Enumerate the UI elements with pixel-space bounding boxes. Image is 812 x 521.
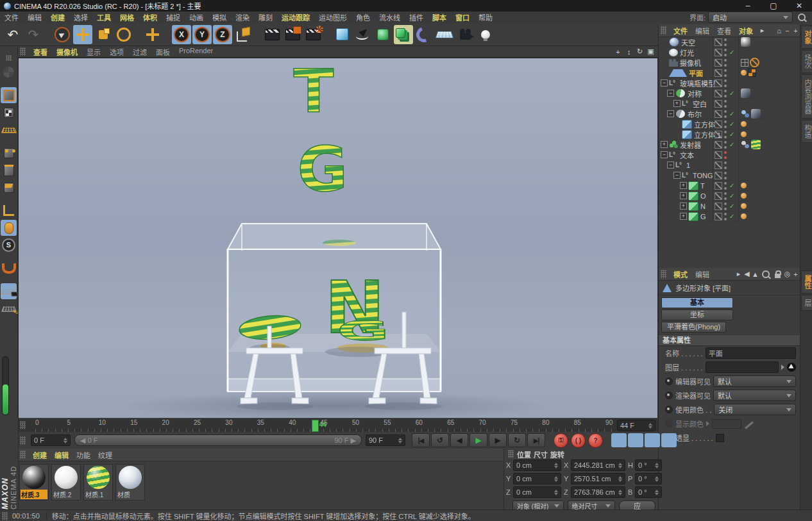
spinner-icon[interactable] (646, 423, 652, 429)
visibility-dots[interactable] (724, 49, 727, 56)
lock-icon[interactable] (775, 274, 781, 278)
texture-mode-button[interactable] (1, 104, 17, 120)
viewport-menu-item[interactable]: ProRender (174, 47, 217, 57)
viewport-solo-button[interactable] (1, 237, 17, 253)
panel-side-tab[interactable]: 属性 (801, 270, 812, 294)
material-label[interactable]: 材质.3 (21, 490, 47, 499)
spinner-icon[interactable] (552, 463, 558, 468)
menu-item[interactable]: 捕捉 (162, 12, 185, 22)
om-menu-item[interactable]: 查看 (713, 26, 735, 36)
panel-grip[interactable] (2, 512, 8, 520)
menu-item[interactable]: 编辑 (23, 12, 46, 22)
more-arrow-icon[interactable]: ▸ (758, 26, 766, 35)
target-icon[interactable]: ◎ (783, 270, 791, 278)
rotate-camera-icon[interactable]: ↻ (635, 47, 645, 56)
size-field[interactable]: 2570.51 cm (571, 473, 625, 484)
object-label[interactable]: 玻璃瓶模型 (680, 78, 715, 88)
timeline-ruler[interactable]: 051015202530354045505560657075808590 44 (35, 418, 612, 433)
visibility-dots[interactable] (724, 182, 727, 190)
menu-item[interactable]: 运动跟踪 (277, 12, 314, 22)
layer-toggle[interactable] (715, 90, 722, 97)
material-menu-item[interactable]: 编辑 (51, 450, 72, 460)
viewport-menu-item[interactable]: 查看 (29, 47, 52, 57)
current-frame-field[interactable]: 44 F (617, 420, 656, 431)
object-row[interactable]: 摄像机 (659, 58, 801, 68)
display-color-swatch[interactable] (712, 419, 741, 429)
spinner-icon[interactable] (616, 490, 622, 495)
coord-system-button[interactable] (233, 25, 253, 44)
viewport-canvas[interactable]: T G N (18, 58, 658, 418)
object-row[interactable]: 灯光 (659, 47, 801, 58)
orange-dot-tag[interactable] (741, 70, 747, 76)
attribute-tab[interactable]: 平滑着色(Phong) (661, 322, 726, 333)
size-field[interactable]: 2445.281 cm (571, 459, 625, 471)
xray-checkbox[interactable] (716, 434, 724, 442)
editor-visible-select[interactable]: 默认 (713, 376, 796, 387)
object-label[interactable]: 空白 (693, 99, 707, 109)
model-mode-button[interactable] (1, 87, 17, 103)
editor-visible-radio[interactable] (665, 377, 673, 385)
object-label[interactable]: 平面 (689, 68, 703, 78)
lock-y-button[interactable] (192, 25, 212, 44)
menu-item[interactable]: 插件 (405, 12, 428, 22)
expander-icon[interactable] (680, 203, 687, 210)
viewport-menu-item[interactable]: 面板 (151, 47, 174, 57)
mat-tex-tag[interactable] (751, 109, 761, 119)
points-mode-button[interactable] (1, 145, 17, 161)
spinner-icon[interactable] (652, 463, 659, 468)
panel-grip[interactable] (20, 421, 26, 429)
object-row[interactable]: 立方体.1 (659, 129, 801, 140)
orange-dot-tag[interactable] (741, 183, 747, 188)
menu-item[interactable]: 帮助 (474, 12, 497, 22)
enabled-check[interactable] (729, 110, 736, 117)
menu-item[interactable]: 选择 (69, 12, 92, 22)
panel-side-tab[interactable]: 构造 (801, 120, 812, 143)
enabled-check[interactable] (729, 49, 736, 56)
orange-dot-tag[interactable] (741, 193, 747, 199)
layer-toggle[interactable] (715, 120, 722, 128)
menu-item[interactable]: 运动图形 (314, 12, 351, 22)
material-label[interactable]: 材质 (117, 490, 144, 499)
material-label[interactable]: 材质.2 (53, 490, 80, 499)
expander-icon[interactable] (680, 213, 687, 220)
visibility-dots[interactable] (724, 131, 727, 138)
layer-toggle[interactable] (715, 151, 722, 159)
expander-icon[interactable] (661, 141, 668, 148)
spinner-icon[interactable] (61, 438, 67, 443)
record-keyframe-button[interactable]: ⚿ (554, 433, 568, 448)
use-color-radio[interactable] (665, 406, 673, 413)
enabled-check[interactable] (729, 131, 736, 138)
material-item[interactable]: 材质.2 (51, 464, 81, 500)
visibility-dots[interactable] (724, 161, 727, 169)
visibility-dots[interactable] (724, 141, 727, 149)
primitive-cube-button[interactable] (332, 25, 351, 44)
object-label[interactable]: T (700, 182, 705, 190)
object-row[interactable]: N (659, 201, 801, 211)
gray-pair-tag[interactable] (741, 140, 750, 149)
om-menu-item[interactable]: 编辑 (691, 26, 713, 36)
viewport-menu-item[interactable]: 摄像机 (52, 47, 82, 57)
workplane-mode-button[interactable] (1, 122, 17, 138)
spinner-icon[interactable] (616, 476, 622, 482)
play-backward-button[interactable]: ↺ (431, 433, 449, 447)
play-forward-button[interactable]: ▶ (469, 433, 487, 447)
camera-button[interactable] (455, 25, 475, 44)
object-label[interactable]: N (700, 203, 706, 210)
object-row[interactable]: 发射器 (659, 140, 801, 150)
range-start-field[interactable]: 0 F (31, 434, 71, 446)
menu-item[interactable]: 窗口 (451, 12, 474, 22)
menu-item[interactable]: 工具 (92, 12, 115, 22)
preview-range-slider[interactable]: ◀ 0 F 90 F ▶ (74, 434, 362, 446)
object-label[interactable]: O (700, 192, 706, 200)
material-label[interactable]: 材质.1 (85, 490, 112, 499)
layer-arrow-icon[interactable] (781, 365, 784, 370)
layer-toggle[interactable] (715, 172, 722, 179)
key-pla-toggle[interactable] (678, 433, 693, 447)
deformer-bend-button[interactable] (414, 25, 434, 44)
layer-toggle[interactable] (715, 100, 722, 108)
object-row[interactable]: O (659, 191, 801, 201)
layer-toggle[interactable] (715, 38, 722, 46)
focus-tag[interactable] (741, 59, 749, 67)
expander-icon[interactable] (680, 192, 687, 199)
layer-toggle[interactable] (715, 141, 722, 149)
